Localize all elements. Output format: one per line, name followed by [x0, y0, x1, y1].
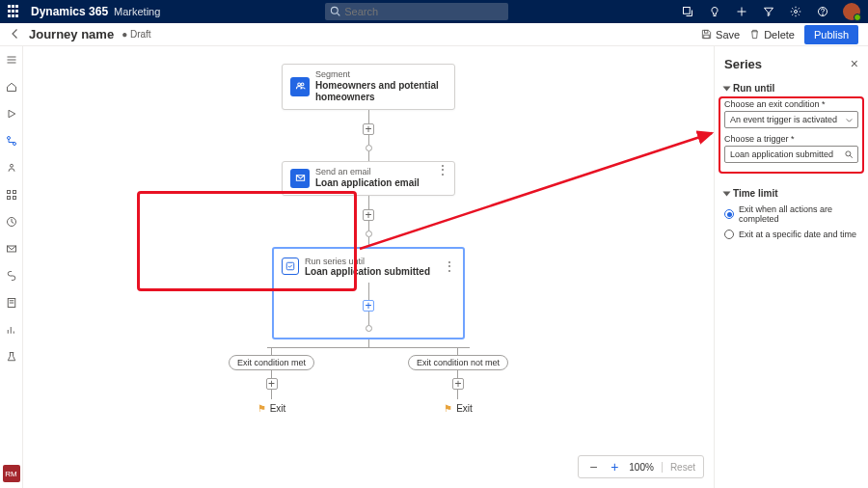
gear-icon[interactable] [789, 5, 802, 18]
nav-people-icon[interactable] [4, 160, 19, 176]
add-step-button[interactable]: + [363, 300, 374, 312]
left-nav: RM [0, 46, 23, 488]
flag-icon: ⚑ [258, 403, 266, 414]
add-step-button[interactable]: + [266, 378, 278, 390]
lookup-trigger[interactable]: Loan application submitted [724, 146, 858, 163]
add-step-button[interactable]: + [363, 123, 374, 135]
avatar[interactable] [843, 3, 860, 20]
properties-panel: Series × Run until Choose an exit condit… [714, 46, 868, 488]
flag-icon: ⚑ [444, 403, 452, 414]
branch-condition-met[interactable]: Exit condition met [229, 355, 314, 370]
email-icon [290, 169, 310, 188]
delete-button[interactable]: Delete [749, 29, 795, 41]
section-time-limit[interactable]: Time limit [724, 188, 858, 199]
field-label-trigger: Choose a trigger * [724, 134, 858, 144]
search-icon [330, 6, 340, 16]
add-step-button[interactable]: + [452, 378, 464, 390]
journey-canvas[interactable]: SegmentHomeowners and potential homeowne… [23, 46, 714, 488]
zoom-reset-button[interactable]: Reset [662, 462, 695, 473]
command-bar: Journey name ● Draft Save Delete Publish [0, 23, 868, 46]
brand-name: Dynamics 365 [31, 5, 108, 18]
share-icon[interactable] [681, 5, 694, 18]
svg-rect-19 [7, 191, 10, 194]
exit-node: ⚑Exit [444, 403, 473, 414]
area-name: Marketing [114, 6, 160, 17]
radio-exit-specific-date[interactable]: Exit at a specific date and time [724, 230, 858, 239]
nav-hamburger-icon[interactable] [4, 52, 19, 68]
nav-flask-icon[interactable] [4, 349, 19, 365]
connector-node [366, 230, 372, 237]
nav-link-icon[interactable] [4, 268, 19, 284]
status-badge: ● Draft [122, 29, 151, 40]
filter-icon[interactable] [762, 5, 775, 18]
close-icon[interactable]: × [851, 56, 858, 71]
zoom-in-button[interactable]: + [608, 460, 621, 474]
svg-rect-22 [13, 197, 15, 200]
page-title: Journey name [29, 27, 114, 41]
svg-point-32 [297, 84, 300, 87]
user-badge[interactable]: RM [3, 465, 20, 482]
svg-rect-20 [13, 191, 15, 194]
zoom-level: 100% [629, 462, 654, 473]
help-icon[interactable] [816, 5, 829, 18]
section-run-until[interactable]: Run until [724, 83, 858, 94]
series-icon [282, 258, 299, 275]
search-icon [844, 149, 854, 159]
node-series[interactable]: Run series untilLoan application submitt… [272, 247, 465, 339]
zoom-out-button[interactable]: − [586, 460, 600, 474]
plus-icon[interactable] [735, 5, 748, 18]
lightbulb-icon[interactable] [708, 5, 721, 18]
nav-journeys-icon[interactable] [4, 133, 19, 149]
radio-icon [724, 230, 734, 239]
app-launcher-icon[interactable] [8, 5, 21, 18]
save-button[interactable]: Save [701, 29, 740, 41]
panel-title: Series [724, 57, 762, 71]
svg-rect-21 [7, 197, 10, 200]
svg-point-0 [332, 7, 339, 14]
add-step-button[interactable]: + [363, 209, 374, 221]
svg-point-9 [823, 14, 824, 15]
svg-rect-11 [704, 35, 710, 38]
connector-node [366, 145, 372, 151]
svg-rect-2 [683, 8, 690, 14]
node-segment[interactable]: SegmentHomeowners and potential homeowne… [282, 64, 455, 110]
svg-point-33 [301, 84, 304, 87]
nav-form-icon[interactable] [4, 295, 19, 311]
svg-point-18 [10, 164, 13, 167]
svg-point-38 [846, 151, 851, 156]
zoom-controls: − + 100% Reset [578, 455, 704, 478]
radio-icon [724, 209, 734, 219]
svg-marker-15 [9, 110, 15, 118]
nav-chart-icon[interactable] [4, 322, 19, 338]
node-email[interactable]: Send an emailLoan application email ⋮ [282, 161, 455, 196]
svg-point-7 [794, 11, 797, 14]
svg-line-1 [338, 14, 340, 16]
more-icon[interactable]: ⋮ [437, 168, 448, 173]
nav-play-icon[interactable] [4, 106, 19, 122]
select-exit-condition[interactable]: An event trigger is activated [724, 111, 858, 128]
more-icon[interactable]: ⋮ [444, 264, 455, 269]
nav-email-icon[interactable] [4, 241, 19, 257]
segment-icon [290, 77, 310, 96]
nav-clock-icon[interactable] [4, 214, 19, 230]
branch-condition-not-met[interactable]: Exit condition not met [408, 355, 508, 370]
nav-home-icon[interactable] [4, 79, 19, 95]
global-topbar: Dynamics 365 Marketing [0, 0, 868, 23]
back-button[interactable] [10, 28, 21, 41]
field-label-exit-condition: Choose an exit condition * [724, 99, 858, 109]
nav-tiles-icon[interactable] [4, 187, 19, 203]
svg-rect-10 [704, 30, 707, 33]
exit-node: ⚑Exit [258, 403, 286, 414]
radio-exit-all-actions[interactable]: Exit when all actions are completed [724, 204, 858, 224]
search-input[interactable] [325, 3, 508, 20]
svg-marker-6 [764, 8, 773, 15]
svg-line-39 [850, 155, 853, 158]
chevron-down-icon [845, 116, 854, 124]
publish-button[interactable]: Publish [804, 25, 858, 44]
global-search[interactable] [325, 3, 508, 20]
svg-point-16 [7, 137, 10, 140]
connector-node [366, 325, 372, 332]
